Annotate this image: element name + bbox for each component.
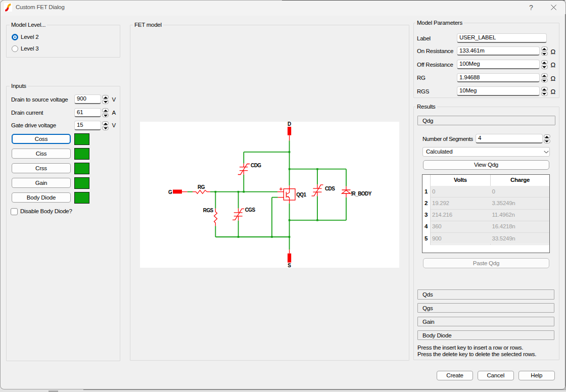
svg-text:CDS: CDS (325, 186, 335, 191)
svg-text:CGS: CGS (245, 207, 256, 213)
svg-text:RGS: RGS (203, 208, 214, 213)
svg-text:CDG: CDG (251, 163, 261, 168)
svg-text:RG: RG (198, 184, 205, 190)
svg-text:D: D (288, 122, 291, 127)
svg-text:!R_BODY: !R_BODY (351, 191, 372, 197)
svg-text:QQ1: QQ1 (296, 192, 306, 198)
svg-text:G: G (168, 189, 172, 195)
svg-text:S: S (288, 263, 291, 268)
